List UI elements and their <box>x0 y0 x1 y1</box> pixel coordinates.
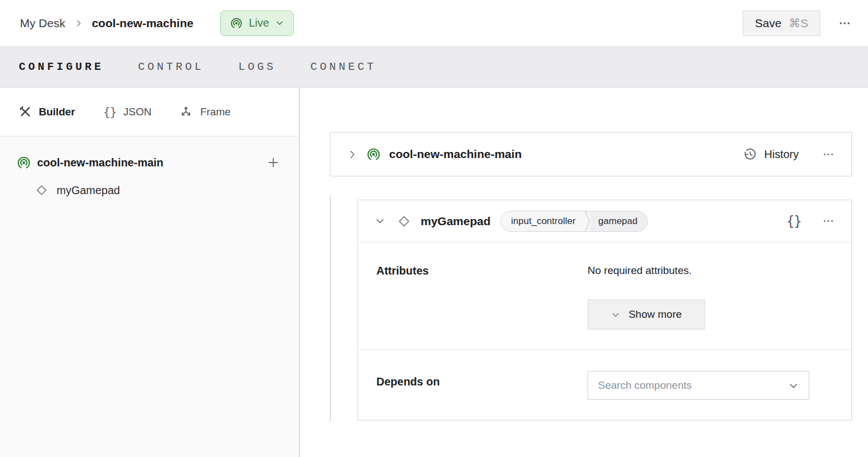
attributes-empty-text: No required attributes. <box>588 265 692 277</box>
nav-tab-bar: CONFIGURE CONTROL LOGS CONNECT <box>0 46 868 88</box>
machine-part-icon <box>17 155 31 170</box>
attributes-section: Attributes No required attributes. Show … <box>358 242 851 350</box>
collapse-chevron-icon[interactable] <box>375 216 385 226</box>
component-model: gamepad <box>590 211 647 231</box>
view-tab-json-label: JSON <box>123 106 151 118</box>
live-status-badge[interactable]: Live <box>220 11 294 36</box>
more-options-button[interactable] <box>822 215 835 227</box>
search-components-input[interactable] <box>598 379 788 392</box>
chevron-down-icon <box>611 310 620 319</box>
tab-connect[interactable]: CONNECT <box>310 60 376 73</box>
tab-control[interactable]: CONTROL <box>138 60 204 73</box>
depends-on-label: Depends on <box>376 375 588 400</box>
tree-item-component[interactable]: myGamepad <box>34 183 280 197</box>
view-tab-builder[interactable]: Builder <box>19 105 75 118</box>
tree-item-machine-part[interactable]: cool-new-machine-main <box>17 155 280 170</box>
chevron-right-icon <box>74 19 83 28</box>
badge-separator-icon <box>584 211 590 232</box>
breadcrumb-current: cool-new-machine <box>92 17 193 30</box>
tree-component-name: myGamepad <box>57 184 120 197</box>
depends-on-section: Depends on <box>358 350 851 420</box>
top-bar: My Desk cool-new-machine Live Save ⌘S <box>0 0 868 46</box>
machine-online-icon <box>230 17 243 29</box>
braces-icon: {} <box>103 105 116 119</box>
component-type-badge: input_controller gamepad <box>501 211 648 232</box>
show-more-label: Show more <box>629 308 682 321</box>
machine-part-card: cool-new-machine-main History <box>330 132 852 176</box>
config-main-panel: cool-new-machine-main History <box>300 88 868 457</box>
chevron-down-icon <box>788 380 799 391</box>
machine-part-icon <box>366 147 381 161</box>
history-button-label: History <box>764 148 799 161</box>
more-options-button[interactable] <box>822 148 835 161</box>
view-tab-frame-label: Frame <box>200 106 231 118</box>
expand-chevron-icon[interactable] <box>347 149 358 160</box>
tree-connector-line <box>330 195 331 422</box>
breadcrumb-root[interactable]: My Desk <box>20 17 65 30</box>
view-tab-builder-label: Builder <box>39 106 75 118</box>
more-options-button[interactable] <box>838 17 851 30</box>
machine-card-title: cool-new-machine-main <box>389 148 522 161</box>
live-badge-label: Live <box>249 17 269 29</box>
axes-icon <box>179 105 193 119</box>
chevron-down-icon <box>275 19 284 27</box>
edit-json-icon[interactable]: {} <box>786 214 801 229</box>
depends-on-select[interactable] <box>588 371 809 400</box>
config-sidebar: Builder {} JSON Frame <box>0 88 300 457</box>
component-card-title: myGamepad <box>421 215 491 228</box>
component-card: myGamepad input_controller gamepad {} At… <box>358 200 852 420</box>
history-clock-icon <box>743 148 757 161</box>
save-button[interactable]: Save ⌘S <box>743 11 820 36</box>
tab-configure[interactable]: CONFIGURE <box>19 60 104 73</box>
save-shortcut: ⌘S <box>789 17 808 30</box>
tree-machine-name: cool-new-machine-main <box>37 156 164 169</box>
component-type: input_controller <box>501 216 584 227</box>
save-button-label: Save <box>755 17 782 30</box>
diamond-icon <box>34 183 49 197</box>
component-tree: cool-new-machine-main myGamepad <box>0 136 299 197</box>
view-tab-json[interactable]: {} JSON <box>103 105 151 119</box>
tab-logs[interactable]: LOGS <box>238 60 276 73</box>
add-component-button[interactable] <box>266 155 280 170</box>
component-card-header: myGamepad input_controller gamepad {} <box>358 200 851 242</box>
view-mode-tabs: Builder {} JSON Frame <box>0 88 299 136</box>
breadcrumb: My Desk cool-new-machine <box>20 17 193 30</box>
tools-icon <box>19 105 32 118</box>
history-button[interactable]: History <box>743 148 799 161</box>
view-tab-frame[interactable]: Frame <box>179 105 231 119</box>
show-more-button[interactable]: Show more <box>588 299 705 329</box>
diamond-icon <box>396 214 412 229</box>
attributes-label: Attributes <box>376 265 588 330</box>
